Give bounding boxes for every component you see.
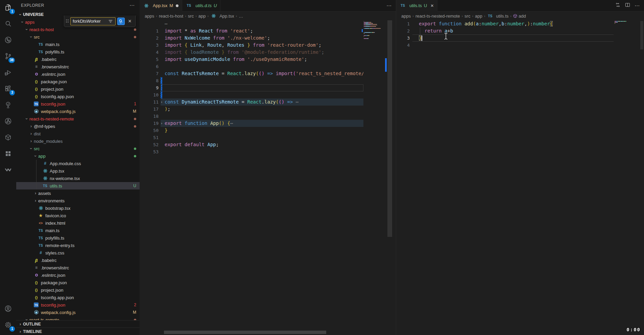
tree-item[interactable]: ›assets xyxy=(16,189,140,197)
activity-extensions[interactable]: 3 xyxy=(0,81,16,97)
code-line[interactable]: 17); xyxy=(140,106,363,113)
activity-grid[interactable] xyxy=(0,146,16,162)
tree-item[interactable]: #styles.css xyxy=(16,249,140,256)
tree-item[interactable]: ›src xyxy=(16,145,140,152)
timeline-panel-header[interactable]: › TIMELINE xyxy=(16,328,140,335)
minimap[interactable] xyxy=(615,21,636,25)
code-line[interactable]: 4 xyxy=(396,42,614,49)
vertical-scrollbar[interactable] xyxy=(640,21,643,49)
tree-item[interactable]: ›react-ts-nested-remote xyxy=(16,115,140,122)
breadcrumb-item[interactable]: TSutils.ts xyxy=(487,14,508,19)
code-line[interactable]: 6 xyxy=(140,63,363,70)
activity-remote-graph[interactable] xyxy=(0,32,16,49)
tree-item[interactable]: TSmain.ts xyxy=(16,41,140,48)
breadcrumb-item[interactable]: app xyxy=(475,14,482,19)
tree-item[interactable]: {}project.json xyxy=(16,286,140,294)
tree-item[interactable]: ›react-ts-remote xyxy=(16,316,140,320)
find-input[interactable] xyxy=(73,19,107,24)
tree-item[interactable]: TStsconfig.json1 xyxy=(16,100,140,108)
activity-run-debug[interactable] xyxy=(0,65,16,81)
code-line[interactable]: 11›const DynamicReactTsRemote = React.la… xyxy=(140,98,363,106)
breadcrumb-item[interactable]: add xyxy=(513,14,526,19)
tree-item[interactable]: nx-welcome.tsx xyxy=(16,175,140,182)
more-actions-button[interactable]: ⋯ xyxy=(635,3,640,9)
activity-timeline-circle[interactable] xyxy=(0,114,16,130)
code-line[interactable]: 50} xyxy=(140,127,363,134)
activity-source-control[interactable]: 38 xyxy=(0,49,16,65)
tree-item[interactable]: TSpolyfills.ts xyxy=(16,48,140,55)
tree-item[interactable]: ›@mf-types xyxy=(16,122,140,130)
tree-item[interactable]: {}tsconfig.app.json xyxy=(16,93,140,100)
code-line[interactable]: 53 xyxy=(140,148,363,155)
vertical-scrollbar[interactable] xyxy=(387,20,392,237)
tab-utils.d.ts[interactable]: TSutils.d.tsU xyxy=(182,0,220,11)
tree-item[interactable]: ›environments xyxy=(16,197,140,204)
code-line[interactable]: ⋯ xyxy=(140,20,363,27)
code-line[interactable]: 8 xyxy=(140,77,363,84)
code-line[interactable]: 3} xyxy=(396,35,614,42)
code-line[interactable]: 5import useDynamicModule from './useDyna… xyxy=(140,56,363,63)
split-editor-button[interactable] xyxy=(625,2,630,9)
code-line[interactable]: 51 xyxy=(140,134,363,141)
drag-handle[interactable] xyxy=(66,19,69,24)
outline-panel-header[interactable]: › OUTLINE xyxy=(16,320,140,328)
tree-item[interactable]: <>index.html xyxy=(16,219,140,227)
fold-chevron-icon[interactable]: › xyxy=(159,98,164,106)
tree-item[interactable]: ›node_modules xyxy=(16,137,140,145)
explorer-more-actions-button[interactable]: ⋯ xyxy=(129,2,135,8)
activity-zigzag[interactable] xyxy=(0,162,16,179)
breadcrumb-item[interactable]: apps xyxy=(145,14,154,19)
tree-item[interactable]: .eslintrc.json xyxy=(16,70,140,78)
code-line[interactable]: 52export default App; xyxy=(140,141,363,148)
tab-App.tsx[interactable]: App.tsxM xyxy=(140,0,182,11)
tree-item[interactable]: {}package.json xyxy=(16,279,140,286)
activity-settings[interactable]: 1 xyxy=(0,317,16,334)
layout-swap-button[interactable] xyxy=(615,2,621,9)
breadcrumb-item[interactable]: apps xyxy=(401,14,411,19)
tree-item[interactable]: β.babelrc xyxy=(16,55,140,63)
tree-item[interactable]: ›dist xyxy=(16,130,140,137)
fuzzy-match-button[interactable] xyxy=(117,18,125,25)
code-line[interactable]: 2import NxWelcome from './nx-welcome'; xyxy=(140,35,363,42)
activity-explorer[interactable]: 1 xyxy=(0,0,16,16)
code-line[interactable]: 3import { Link, Route, Routes } from 're… xyxy=(140,42,363,49)
tree-item[interactable]: App.tsx xyxy=(16,167,140,175)
code-line[interactable]: 4import { loadRemote } from '@module-fed… xyxy=(140,49,363,56)
tree-item[interactable]: ★favicon.ico xyxy=(16,212,140,219)
code-line[interactable]: 2 return a+b xyxy=(396,27,614,35)
tree-item[interactable]: ›src xyxy=(16,33,140,41)
tree-item[interactable]: TSpolyfills.ts xyxy=(16,234,140,242)
activity-testing-tree[interactable] xyxy=(0,97,16,114)
activity-search[interactable] xyxy=(0,16,16,32)
tree-item[interactable]: #App.module.css xyxy=(16,160,140,167)
activity-account[interactable] xyxy=(0,301,16,317)
horizontal-scrollbar[interactable] xyxy=(164,331,326,334)
tree-item[interactable]: ›app xyxy=(16,152,140,160)
code-line[interactable]: 18 xyxy=(140,113,363,120)
more-actions-button[interactable]: ⋯ xyxy=(386,3,392,9)
breadcrumb-item[interactable]: src xyxy=(464,14,470,19)
breadcrumb-item[interactable]: react-ts-host xyxy=(159,14,183,19)
breadcrumb-item[interactable]: App.tsx xyxy=(210,14,234,19)
code-line[interactable]: 1import * as React from 'react'; xyxy=(140,27,363,35)
tree-item[interactable]: {}tsconfig.app.json xyxy=(16,294,140,301)
code-line[interactable]: 10 xyxy=(140,91,363,98)
code-line[interactable]: 1export function add(a:number,b:number,)… xyxy=(396,20,614,27)
tree-item[interactable]: .eslintrc.json xyxy=(16,271,140,279)
tree-item[interactable]: {}package.json xyxy=(16,78,140,85)
tree-item[interactable]: ≡.browserslistrc xyxy=(16,264,140,271)
tree-item[interactable]: TSmain.ts xyxy=(16,227,140,234)
tree-item[interactable]: TSremote-entry.ts xyxy=(16,242,140,249)
close-tab-icon[interactable]: ✕ xyxy=(430,3,434,8)
tree-item[interactable]: TStsconfig.json2 xyxy=(16,301,140,309)
breadcrumb-item[interactable]: … xyxy=(239,14,243,19)
fold-chevron-icon[interactable]: › xyxy=(159,120,164,127)
tree-item[interactable]: webpack.config.jsM xyxy=(16,309,140,316)
editor-utils-ts[interactable]: 1export function add(a:number,b:number,)… xyxy=(396,20,644,335)
tree-item[interactable]: β.babelrc xyxy=(16,256,140,264)
editor-app-tsx[interactable]: ⋯1import * as React from 'react';2import… xyxy=(140,20,396,335)
tree-item[interactable]: TSutils.tsU xyxy=(16,182,140,189)
close-icon[interactable]: ✕ xyxy=(126,18,133,25)
activity-nx-console[interactable] xyxy=(0,130,16,146)
breadcrumb-item[interactable]: src xyxy=(188,14,194,19)
